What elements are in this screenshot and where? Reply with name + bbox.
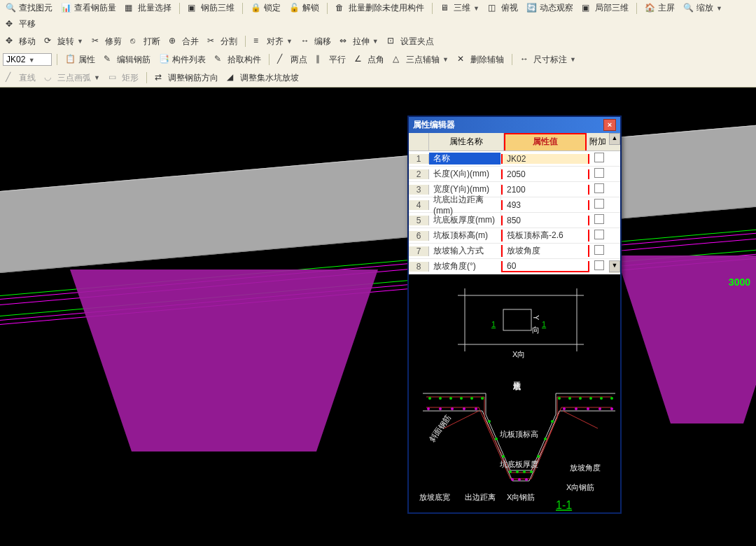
prop-name-cell[interactable]: 坑板顶标高(m) [429,230,501,241]
lookup-icon: 🔍 [6,3,17,14]
table-row[interactable]: 5坑底板厚度(mm)850 [409,213,620,228]
svg-text:坑板顶标高: 坑板顶标高 [499,430,538,438]
svg-line-10 [563,411,598,428]
prop-extra-cell[interactable] [589,168,609,180]
tb-lookup[interactable]: 🔍查找图元 [3,1,55,15]
prop-value-cell[interactable]: 493 [501,200,589,210]
checkbox-icon[interactable] [594,199,604,209]
checkbox-icon[interactable] [594,245,604,255]
home-icon: 🏠 [645,3,656,14]
tb-edit-rebar[interactable]: ✎编辑钢筋 [101,53,153,66]
table-row[interactable]: 1名称JK02 [409,151,620,167]
component-dropdown[interactable]: JK02 ▼ [3,53,52,66]
scroll-down-icon[interactable]: ▼ [609,260,620,272]
tb-parallel[interactable]: ∥平行 [313,53,349,66]
prop-name-cell[interactable]: 名称 [429,153,501,164]
tb-home[interactable]: 🏠主屏 [642,1,678,15]
prop-extra-cell[interactable] [589,183,609,195]
tb-join[interactable]: ⊕合并 [166,35,202,48]
table-row[interactable]: 7放坡输入方式放坡角度 [409,244,620,259]
tb-grip[interactable]: ⊡设置夹点 [384,35,437,48]
prop-name-cell[interactable]: 长度(X向)(mm) [429,168,501,180]
tb-trim[interactable]: ✂修剪 [89,35,125,48]
prop-name-cell[interactable]: 放坡角度(°) [429,260,501,272]
prop-extra-cell[interactable] [589,199,609,211]
checkbox-icon[interactable] [594,260,604,270]
checkbox-icon[interactable] [594,230,604,239]
cube-icon: ▣ [188,3,199,14]
tb-break[interactable]: ⎋打断 [127,35,163,48]
tb-rect[interactable]: ▭矩形 [106,71,141,85]
tb-line[interactable]: ╱直线 [3,71,38,85]
checkbox-icon[interactable] [594,214,604,224]
prop-value-cell[interactable]: 2050 [501,169,589,179]
table-row[interactable]: 4坑底出边距离(mm)493 [409,197,620,213]
table-row[interactable]: 2长度(X向)(mm)2050 [409,167,620,182]
tb-batch-delete[interactable]: 🗑批量删除未使用构件 [332,1,427,15]
svg-point-31 [516,470,519,473]
prop-extra-cell[interactable] [589,245,609,257]
tb-split[interactable]: ✂分割 [204,35,240,48]
svg-point-37 [475,407,477,410]
table-row[interactable]: 6坑板顶标高(m)筏板顶标高-2.6 [409,228,620,244]
tb-3d[interactable]: 🖥三维▼ [438,1,482,15]
svg-point-42 [610,407,613,410]
tb-del-aux[interactable]: ✕删除辅轴 [454,53,507,66]
tb-move[interactable]: ✥移动 [3,35,38,48]
tb-ptang[interactable]: ∠点角 [351,53,387,66]
tb-orbit[interactable]: 🔄动态观察 [524,1,576,15]
split-icon: ✂ [207,36,218,47]
viewport-3d[interactable]: 3000 属性编辑器 × 属性名称 属性值 附加 ▲ 1名称JK022长度(X向… [0,88,756,546]
table-row[interactable]: 8放坡角度(°)60▼ [409,259,620,274]
svg-point-25 [502,455,505,458]
prop-name-cell[interactable]: 坑底出边距离(mm) [429,194,501,216]
tb-sump-slope[interactable]: ◢调整集水坑放坡 [224,71,302,85]
prop-value-cell[interactable]: 850 [501,216,589,225]
tb-2pt[interactable]: ╱两点 [274,53,310,66]
tb-3pt-aux[interactable]: △三点辅轴▼ [390,53,451,66]
checkbox-icon[interactable] [594,153,604,162]
prop-name-cell[interactable]: 放坡输入方式 [429,245,501,257]
panel-titlebar[interactable]: 属性编辑器 × [409,117,620,133]
prop-name-cell[interactable]: 坑底板厚度(mm) [429,214,501,226]
prop-value-cell[interactable]: 2100 [501,185,589,195]
close-icon[interactable]: × [603,119,616,131]
checkbox-icon[interactable] [594,183,604,193]
prop-extra-cell[interactable] [589,214,609,226]
tb-unlock[interactable]: 🔓解锁 [286,1,322,15]
col-value[interactable]: 属性值 [504,133,587,150]
svg-text:X向: X向 [512,350,525,358]
rect-icon: ▭ [108,72,120,83]
tb-rebar-qty[interactable]: 📊查看钢筋量 [58,1,119,15]
tb-rebar-3d[interactable]: ▣钢筋三维 [185,1,237,15]
svg-point-40 [587,407,589,410]
tb-comp-list[interactable]: 📑构件列表 [156,53,209,66]
tb-lock[interactable]: 🔒锁定 [248,1,284,15]
tb-pick-comp[interactable]: ✎拾取构件 [211,53,264,66]
col-name[interactable]: 属性名称 [429,133,504,150]
prop-value-cell[interactable]: 放坡角度 [501,245,589,257]
tb-dim[interactable]: ↔尺寸标注▼ [517,53,579,66]
prop-extra-cell[interactable] [589,153,609,164]
prop-value-cell[interactable]: 60 [501,261,589,272]
tb-local-3d[interactable]: ▣局部三维 [579,1,631,15]
tb-props[interactable]: 📋属性 [62,53,98,66]
col-extra[interactable]: 附加 [587,133,609,150]
checkbox-icon[interactable] [594,168,604,178]
tb-zoom[interactable]: 🔍缩放▼ [680,1,725,15]
tb-rebar-dir[interactable]: ⇄调整钢筋方向 [152,71,221,85]
tb-batch-select[interactable]: ▦批量选择 [122,1,174,15]
prop-extra-cell[interactable] [589,230,609,241]
prop-value-cell[interactable]: JK02 [501,154,589,164]
tb-offset[interactable]: ↔编移 [298,35,334,48]
tb-arc[interactable]: ◡三点画弧▼ [41,71,103,85]
tb-align[interactable]: ≡对齐▼ [251,35,295,48]
tb-stretch[interactable]: ⇔拉伸▼ [337,35,382,48]
scroll-up-icon[interactable]: ▲ [609,133,620,145]
svg-point-13 [449,397,452,400]
tb-top-view[interactable]: ◫俯视 [485,1,521,15]
tb-pan[interactable]: ✥平移 [3,18,38,31]
prop-value-cell[interactable]: 筏板顶标高-2.6 [501,230,589,241]
prop-extra-cell[interactable] [589,260,609,272]
tb-rotate[interactable]: ⟳旋转▼ [41,35,86,48]
